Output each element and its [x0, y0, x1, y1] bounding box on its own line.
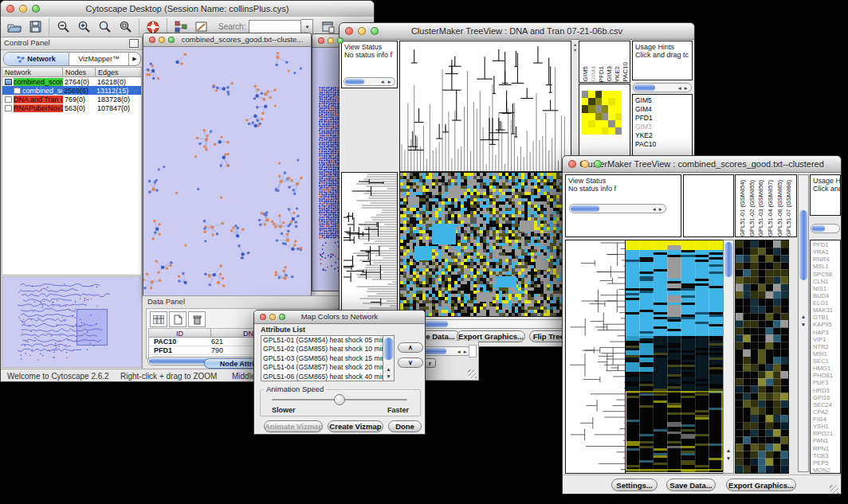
- gene-label[interactable]: HRD3: [813, 387, 840, 394]
- zoom-window-icon[interactable]: [594, 160, 602, 168]
- resize-grip[interactable]: [830, 485, 838, 494]
- gene-label[interactable]: CPA2: [813, 408, 840, 416]
- minimize-icon[interactable]: [159, 37, 165, 43]
- gene-label[interactable]: SPC98: [813, 271, 840, 278]
- column-label[interactable]: GPL51-03 (GSM856): [757, 180, 764, 236]
- attribute-item[interactable]: GPL51-02 (GSM855) heat shock 10 min: [261, 345, 383, 354]
- search-input[interactable]: [249, 20, 301, 33]
- move-up-button[interactable]: ∧: [398, 342, 423, 353]
- gene-label[interactable]: TCB3: [813, 452, 840, 459]
- tv1-scroll-arrows[interactable]: ▲▼: [572, 42, 578, 57]
- tab-overflow-icon[interactable]: ▶: [129, 53, 140, 65]
- animate-vizmap-button[interactable]: Animate Vizmap: [264, 420, 323, 432]
- column-label[interactable]: GPL51-07 (GSM868): [785, 180, 792, 236]
- gene-label[interactable]: NTR2: [813, 343, 840, 350]
- zoom-selected-icon[interactable]: [94, 18, 115, 37]
- attribute-list-vscrollbar[interactable]: ▲▼: [383, 336, 394, 381]
- gene-label[interactable]: ELG1: [813, 299, 840, 307]
- tv2-row-dendrogram[interactable]: [565, 240, 626, 474]
- attribute-item[interactable]: GPL51-04 (GSM857) heat shock 20 min: [261, 363, 383, 372]
- column-label[interactable]: GIM4: [590, 66, 597, 82]
- close-icon[interactable]: [345, 27, 353, 35]
- tv1-hints-scrollbar[interactable]: ◄►: [633, 83, 692, 92]
- gene-label[interactable]: PAN1: [813, 437, 840, 444]
- tv1-mini-heatmap[interactable]: [582, 91, 622, 135]
- tv2-zoom-vscrollbar[interactable]: ▲▼: [798, 174, 809, 472]
- float-panel-icon[interactable]: [129, 39, 139, 48]
- gene-label[interactable]: SEC24: [813, 401, 840, 408]
- network-tree-row[interactable]: combined_scores 2764(0) 16218(0): [2, 77, 141, 86]
- gene-label[interactable]: PEP5: [813, 459, 840, 467]
- minimize-icon[interactable]: [358, 27, 366, 35]
- speed-slider-thumb[interactable]: [334, 394, 345, 405]
- gene-label[interactable]: MSL1: [813, 263, 840, 270]
- minimize-icon[interactable]: [328, 37, 334, 44]
- close-icon[interactable]: [260, 314, 266, 320]
- attribute-item[interactable]: GPL51-01 (GSM854) heat shock 05 min: [261, 336, 383, 345]
- gene-label[interactable]: BUD4: [813, 292, 840, 299]
- fragment-r-button[interactable]: r: [424, 358, 436, 368]
- close-icon[interactable]: [568, 160, 576, 168]
- tv1-column-dendrogram[interactable]: [399, 41, 571, 172]
- close-icon[interactable]: [6, 5, 14, 13]
- network-tree-row[interactable]: RNAPuberNov2+I 563(0) 107847(0): [2, 104, 141, 112]
- gene-label[interactable]: PFD1: [813, 241, 840, 248]
- gene-label[interactable]: PHO81: [813, 372, 840, 379]
- column-label[interactable]: GPL51-02 (GSM855): [748, 180, 756, 236]
- column-label[interactable]: GPL51-04 (GSM857): [767, 180, 774, 236]
- save-icon[interactable]: [25, 18, 45, 37]
- create-vizmap-button[interactable]: Create Vizmap: [328, 420, 383, 432]
- column-label[interactable]: YKE2: [614, 66, 621, 82]
- tv2-zoom-heatmap[interactable]: [735, 240, 789, 474]
- gene-label[interactable]: HAP3: [813, 329, 840, 336]
- tv1-row-dendrogram[interactable]: [341, 172, 398, 317]
- gene-label[interactable]: GPI16: [813, 394, 840, 401]
- tv2-export-graphics-button[interactable]: Export Graphics...: [726, 479, 796, 491]
- close-icon[interactable]: [149, 37, 155, 43]
- gene-label[interactable]: PFD1: [635, 114, 692, 123]
- tv2-global-vscrollbar[interactable]: ▲▼: [723, 240, 734, 474]
- tv2-column-dendrogram[interactable]: [683, 174, 734, 237]
- tab-vizmapper[interactable]: VizMapper™: [69, 53, 129, 65]
- minimize-icon[interactable]: [269, 314, 276, 320]
- gene-label[interactable]: GIM4: [635, 105, 692, 114]
- zoom-out-icon[interactable]: [53, 18, 73, 37]
- treeview2-titlebar[interactable]: ClusterMaker TreeView : combined_scores_…: [563, 156, 841, 173]
- gene-label[interactable]: PAC10: [635, 140, 692, 149]
- tv2-settings-button[interactable]: Settings...: [611, 479, 658, 491]
- gene-label[interactable]: YKE2: [635, 131, 692, 140]
- gene-label[interactable]: VIP1: [813, 336, 840, 343]
- zoom-window-icon[interactable]: [337, 37, 344, 44]
- birdseye-panel[interactable]: [2, 276, 142, 368]
- gene-label[interactable]: MAK31: [813, 307, 840, 314]
- delete-attribute-icon[interactable]: [188, 311, 206, 327]
- network-tree-row[interactable]: DNA and Tran 07 769(0) 183728(0): [2, 95, 141, 104]
- tv2-hints-scrollbar[interactable]: [811, 224, 840, 233]
- column-label[interactable]: PFD1: [598, 66, 605, 82]
- gene-label[interactable]: NIS1: [813, 285, 840, 292]
- birdseye-viewport[interactable]: [77, 309, 108, 346]
- open-file-icon[interactable]: [4, 18, 25, 37]
- column-label[interactable]: GIM5: [582, 66, 589, 82]
- zoom-window-icon[interactable]: [32, 5, 40, 13]
- gene-label[interactable]: PUF3: [813, 379, 840, 386]
- gene-label[interactable]: GIM5: [635, 96, 692, 105]
- gene-label[interactable]: MSI1: [813, 350, 840, 357]
- zoom-window-icon[interactable]: [279, 314, 285, 320]
- gene-label[interactable]: RNR4: [813, 256, 840, 263]
- done-button[interactable]: Done: [388, 420, 422, 432]
- gene-label[interactable]: SEC1: [813, 357, 840, 365]
- tab-network[interactable]: Network: [4, 53, 69, 65]
- column-label[interactable]: GPL51-06 (GSM865): [776, 180, 783, 236]
- tv1-status-scrollbar[interactable]: ◄►: [344, 77, 395, 86]
- gene-label[interactable]: CLN1: [813, 278, 840, 285]
- gene-label[interactable]: HMG1: [813, 365, 840, 372]
- resize-grip[interactable]: [468, 369, 477, 378]
- network-view-a[interactable]: [143, 47, 309, 295]
- gene-label[interactable]: RPO21: [813, 430, 840, 437]
- zoom-in-icon[interactable]: [73, 18, 94, 37]
- dialog-titlebar[interactable]: Map Colors to Network: [254, 311, 425, 324]
- zoom-window-icon[interactable]: [168, 37, 175, 43]
- gene-label[interactable]: KAP95: [813, 321, 840, 328]
- network-tree-row[interactable]: combined_sco 2569(6) 13112(15): [2, 86, 141, 95]
